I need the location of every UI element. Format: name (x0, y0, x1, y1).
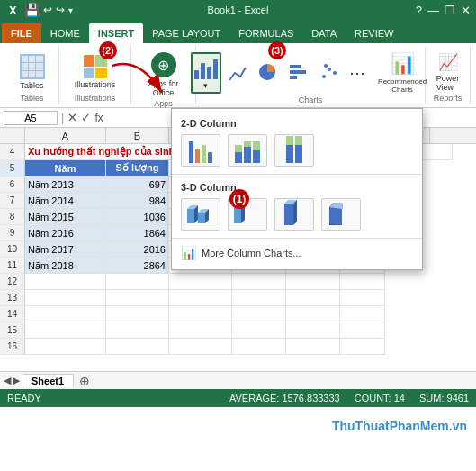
redo-icon[interactable]: ↪ (56, 4, 65, 16)
cell-a4[interactable]: Xu hướng thất nghiệp của sinh viê (25, 144, 174, 160)
cell-a12[interactable] (25, 274, 106, 290)
badge-2: (2) (99, 41, 117, 59)
line-chart-button[interactable] (223, 60, 252, 86)
save-icon[interactable]: 💾 (24, 3, 40, 17)
column-chart-icon (194, 56, 218, 79)
cell-a14[interactable] (25, 306, 106, 322)
customize-qat-icon[interactable]: ▾ (68, 5, 73, 15)
close-button[interactable]: ✕ (461, 4, 471, 17)
table-row: 16 (0, 339, 476, 355)
clustered-column-option[interactable] (181, 134, 220, 167)
row-num-9: 9 (0, 225, 25, 241)
cell-a7[interactable]: Năm 2014 (25, 193, 106, 209)
svg-point-5 (328, 68, 331, 71)
quick-access-toolbar[interactable]: X 💾 ↩ ↪ ▾ (5, 3, 73, 18)
ribbon-group-apps: ⊕ Apps for Office Apps (131, 47, 196, 104)
cell-a8[interactable]: Năm 2015 (25, 209, 106, 225)
tables-button[interactable]: Tables (16, 52, 49, 92)
row-num-5: 5 (0, 160, 25, 177)
col-header-a: A (25, 128, 106, 144)
tables-group-label: Tables (20, 94, 43, 104)
sparklines-group-label: Reports (434, 94, 463, 104)
scroll-left-icon[interactable]: ◀ (4, 375, 11, 386)
illustrations-group-label: Illustrations (75, 94, 116, 104)
recommended-charts-button[interactable]: 📊 Recommended Charts (374, 50, 430, 95)
tab-formulas[interactable]: FORMULAS (229, 23, 302, 43)
other-chart-icon: ⋯ (349, 63, 365, 83)
cell-b8[interactable]: 1036 (106, 209, 169, 225)
cell-b9[interactable]: 1864 (106, 225, 169, 241)
more-charts-icon: 📊 (181, 246, 196, 260)
cell-a15[interactable] (25, 322, 106, 339)
apps-group-label: Apps (154, 99, 173, 109)
3d-100pct-column-option[interactable] (274, 198, 314, 231)
cell-a5[interactable]: Năm (25, 160, 106, 177)
cell-a6[interactable]: Năm 2013 (25, 177, 106, 193)
power-view-button[interactable]: 📈 PowerView (433, 50, 463, 94)
2d-column-text: 2-D Column (181, 118, 237, 129)
svg-point-7 (324, 64, 328, 68)
scroll-right-icon[interactable]: ▶ (13, 375, 20, 386)
ribbon-toolbar: Tables Tables (2) Illustrations Illustra… (0, 43, 476, 108)
more-charts-row[interactable]: 📊 More Column Charts... (172, 242, 422, 264)
stacked-column-option[interactable] (228, 134, 267, 167)
100pct-stacked-column-option[interactable] (274, 134, 314, 167)
window-controls[interactable]: ? — ❐ ✕ (416, 4, 471, 17)
cell-reference-input[interactable] (4, 111, 58, 125)
cancel-icon[interactable]: ✕ (67, 111, 77, 124)
apps-office-icon: ⊕ (151, 52, 176, 77)
help-icon[interactable]: ? (416, 4, 422, 17)
tables-label: Tables (20, 81, 43, 90)
cell-a16[interactable] (25, 339, 106, 355)
restore-button[interactable]: ❐ (445, 4, 455, 17)
other-chart-button[interactable]: ⋯ (346, 61, 369, 85)
tab-file[interactable]: FILE (2, 23, 41, 43)
3d-column-only-option[interactable] (321, 198, 361, 231)
tab-page-layout[interactable]: PAGE LAYOUT (143, 23, 229, 43)
cell-a11[interactable]: Năm 2018 (25, 258, 106, 274)
svg-marker-19 (293, 200, 297, 225)
svg-rect-3 (290, 76, 297, 79)
tables-icon (20, 54, 45, 79)
cell-a9[interactable]: Năm 2016 (25, 225, 106, 241)
column-chart-button[interactable]: ▾ (191, 52, 221, 94)
pie-chart-button[interactable] (254, 60, 283, 86)
minimize-button[interactable]: — (427, 4, 439, 17)
table-row: 13 (0, 290, 476, 306)
scatter-chart-button[interactable] (315, 60, 344, 86)
cell-b11[interactable]: 2864 (106, 258, 169, 274)
tab-home[interactable]: HOME (41, 23, 89, 43)
svg-point-6 (333, 71, 337, 75)
apps-for-office-button[interactable]: ⊕ Apps for Office (145, 50, 183, 99)
tab-insert[interactable]: INSERT (89, 23, 143, 43)
illustrations-button[interactable]: Illustrations (71, 53, 120, 91)
more-charts-label: More Column Charts... (202, 248, 301, 258)
charts-group-label: Charts (299, 95, 323, 105)
row-num-4: 4 (0, 144, 25, 160)
row-num-14: 14 (0, 306, 25, 322)
tab-data[interactable]: DATA (302, 23, 346, 43)
3d-column-text: 3-D Column (181, 182, 237, 193)
cell-a13[interactable] (25, 290, 106, 306)
cell-b7[interactable]: 984 (106, 193, 169, 209)
cell-b6[interactable]: 697 (106, 177, 169, 193)
excel-logo-icon: X (5, 3, 21, 18)
sheet-tab-1[interactable]: Sheet1 (22, 374, 74, 387)
row-num-6: 6 (0, 177, 25, 193)
insert-function-icon[interactable]: fx (94, 112, 103, 124)
svg-rect-1 (290, 65, 301, 68)
svg-marker-17 (284, 204, 293, 225)
undo-icon[interactable]: ↩ (43, 4, 52, 16)
row-num-8: 8 (0, 209, 25, 225)
3d-clustered-column-option[interactable] (181, 198, 220, 231)
cell-a10[interactable]: Năm 2017 (25, 241, 106, 258)
ribbon-group-illustrations: (2) Illustrations Illustrations (59, 47, 131, 104)
add-sheet-button[interactable]: ⊕ (76, 374, 94, 388)
2d-column-options (172, 131, 422, 170)
cell-b5[interactable]: Số lượng (106, 160, 169, 177)
cell-b10[interactable]: 2016 (106, 241, 169, 258)
confirm-icon[interactable]: ✓ (81, 111, 91, 124)
tab-review[interactable]: REVIEW (346, 23, 402, 43)
title-bar: X 💾 ↩ ↪ ▾ Book1 - Excel ? — ❐ ✕ (0, 0, 476, 20)
bar-chart-button[interactable] (284, 60, 313, 86)
